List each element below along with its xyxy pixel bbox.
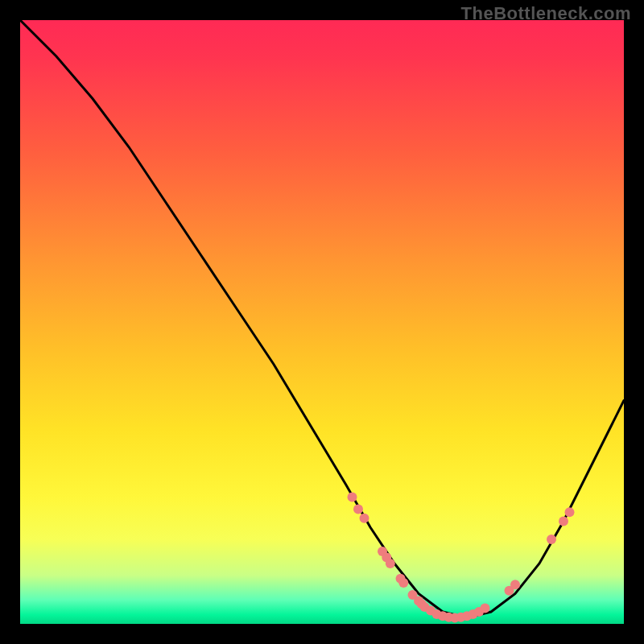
curve-svg bbox=[20, 20, 624, 624]
marker-dot bbox=[398, 578, 408, 588]
marker-dot bbox=[565, 507, 575, 517]
highlighted-points bbox=[348, 493, 575, 623]
plot-area bbox=[20, 20, 624, 624]
chart-frame: TheBottleneck.com bbox=[0, 0, 644, 644]
marker-dot bbox=[386, 559, 395, 568]
marker-dot bbox=[353, 505, 363, 514]
bottleneck-curve bbox=[20, 20, 624, 618]
marker-dot bbox=[547, 535, 556, 544]
watermark-label: TheBottleneck.com bbox=[461, 3, 631, 24]
marker-dot bbox=[559, 517, 568, 526]
marker-dot bbox=[510, 580, 520, 589]
marker-dot bbox=[348, 493, 357, 502]
marker-dot bbox=[481, 604, 490, 613]
marker-dot bbox=[360, 514, 369, 523]
